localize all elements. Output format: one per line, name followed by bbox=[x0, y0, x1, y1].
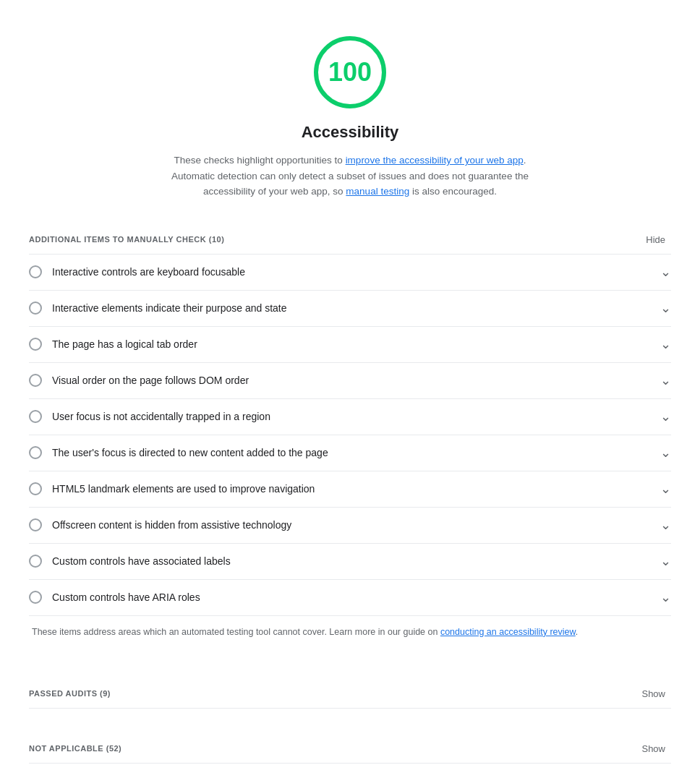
manual-check-hide-button[interactable]: Hide bbox=[640, 231, 671, 248]
audit-label-3: The page has a logical tab order bbox=[52, 337, 197, 352]
passed-count: (9) bbox=[100, 689, 111, 698]
chevron-icon-4: ⌄ bbox=[660, 374, 671, 387]
audit-list: Interactive controls are keyboard focusa… bbox=[29, 255, 671, 616]
audit-label-4: Visual order on the page follows DOM ord… bbox=[52, 373, 249, 388]
audit-label-5: User focus is not accidentally trapped i… bbox=[52, 409, 270, 424]
score-title: Accessibility bbox=[302, 120, 399, 144]
page-container: 100 Accessibility These checks highlight… bbox=[0, 0, 700, 765]
audit-label-10: Custom controls have ARIA roles bbox=[52, 590, 200, 605]
audit-status-icon-7 bbox=[29, 482, 42, 495]
score-description: These checks highlight opportunities to … bbox=[169, 153, 531, 200]
chevron-icon-7: ⌄ bbox=[660, 482, 671, 495]
audit-item-4[interactable]: Visual order on the page follows DOM ord… bbox=[29, 363, 671, 399]
score-desc-part3: is also encouraged. bbox=[409, 186, 497, 197]
audit-status-icon-5 bbox=[29, 410, 42, 423]
audit-item-9-left: Custom controls have associated labels bbox=[29, 554, 231, 569]
chevron-icon-3: ⌄ bbox=[660, 338, 671, 351]
passed-show-button[interactable]: Show bbox=[636, 685, 671, 702]
audit-status-icon-2 bbox=[29, 302, 42, 315]
audit-item-5[interactable]: User focus is not accidentally trapped i… bbox=[29, 399, 671, 435]
manual-check-note: These items address areas which an autom… bbox=[29, 616, 671, 654]
chevron-icon-5: ⌄ bbox=[660, 410, 671, 423]
audit-label-9: Custom controls have associated labels bbox=[52, 554, 231, 569]
audit-item-7-left: HTML5 landmark elements are used to impr… bbox=[29, 482, 315, 497]
audit-item-1[interactable]: Interactive controls are keyboard focusa… bbox=[29, 255, 671, 291]
not-applicable-show-button[interactable]: Show bbox=[636, 740, 671, 757]
improve-accessibility-link[interactable]: improve the accessibility of your web ap… bbox=[346, 155, 524, 166]
not-applicable-count: (52) bbox=[106, 744, 122, 753]
audit-label-2: Interactive elements indicate their purp… bbox=[52, 301, 287, 316]
manual-check-section-title: ADDITIONAL ITEMS TO MANUALLY CHECK (10) bbox=[29, 234, 224, 246]
audit-status-icon-3 bbox=[29, 338, 42, 351]
audit-status-icon-9 bbox=[29, 555, 42, 568]
passed-section: PASSED AUDITS (9) Show bbox=[29, 668, 671, 709]
audit-label-7: HTML5 landmark elements are used to impr… bbox=[52, 482, 315, 497]
audit-status-icon-6 bbox=[29, 446, 42, 459]
audit-item-6[interactable]: The user's focus is directed to new cont… bbox=[29, 435, 671, 471]
passed-label: PASSED AUDITS bbox=[29, 689, 98, 698]
chevron-icon-9: ⌄ bbox=[660, 555, 671, 568]
manual-testing-link[interactable]: manual testing bbox=[346, 186, 409, 197]
audit-item-8-left: Offscreen content is hidden from assisti… bbox=[29, 518, 291, 533]
manual-check-count: (10) bbox=[209, 235, 225, 244]
accessibility-review-link[interactable]: conducting an accessibility review bbox=[440, 627, 576, 637]
manual-check-section-header: ADDITIONAL ITEMS TO MANUALLY CHECK (10) … bbox=[29, 214, 671, 255]
note-part1: These items address areas which an autom… bbox=[32, 627, 440, 637]
chevron-icon-1: ⌄ bbox=[660, 265, 671, 278]
audit-label-1: Interactive controls are keyboard focusa… bbox=[52, 265, 245, 280]
score-value: 100 bbox=[328, 53, 372, 92]
audit-item-4-left: Visual order on the page follows DOM ord… bbox=[29, 373, 249, 388]
score-circle: 100 bbox=[314, 36, 386, 108]
audit-item-10[interactable]: Custom controls have ARIA roles ⌄ bbox=[29, 580, 671, 615]
passed-section-title: PASSED AUDITS (9) bbox=[29, 688, 111, 700]
audit-item-1-left: Interactive controls are keyboard focusa… bbox=[29, 265, 245, 280]
note-part2: . bbox=[576, 627, 578, 637]
not-applicable-section-title: NOT APPLICABLE (52) bbox=[29, 743, 121, 755]
audit-item-10-left: Custom controls have ARIA roles bbox=[29, 590, 200, 605]
chevron-icon-10: ⌄ bbox=[660, 591, 671, 604]
not-applicable-label: NOT APPLICABLE bbox=[29, 744, 103, 753]
chevron-icon-2: ⌄ bbox=[660, 302, 671, 315]
audit-status-icon-4 bbox=[29, 374, 42, 387]
audit-label-6: The user's focus is directed to new cont… bbox=[52, 445, 328, 461]
audit-status-icon-1 bbox=[29, 265, 42, 278]
audit-item-2[interactable]: Interactive elements indicate their purp… bbox=[29, 291, 671, 327]
audit-status-icon-8 bbox=[29, 518, 42, 531]
audit-item-3-left: The page has a logical tab order bbox=[29, 337, 197, 352]
not-applicable-section-header: NOT APPLICABLE (52) Show bbox=[29, 723, 671, 764]
chevron-icon-6: ⌄ bbox=[660, 446, 671, 459]
audit-item-3[interactable]: The page has a logical tab order ⌄ bbox=[29, 327, 671, 363]
passed-section-header: PASSED AUDITS (9) Show bbox=[29, 668, 671, 709]
not-applicable-section: NOT APPLICABLE (52) Show bbox=[29, 723, 671, 764]
score-desc-part1: These checks highlight opportunities to bbox=[174, 155, 345, 166]
audit-item-7[interactable]: HTML5 landmark elements are used to impr… bbox=[29, 471, 671, 508]
manual-check-label: ADDITIONAL ITEMS TO MANUALLY CHECK bbox=[29, 235, 206, 244]
audit-item-6-left: The user's focus is directed to new cont… bbox=[29, 445, 328, 461]
audit-status-icon-10 bbox=[29, 591, 42, 604]
audit-item-8[interactable]: Offscreen content is hidden from assisti… bbox=[29, 508, 671, 544]
audit-item-5-left: User focus is not accidentally trapped i… bbox=[29, 409, 270, 424]
chevron-icon-8: ⌄ bbox=[660, 518, 671, 531]
score-section: 100 Accessibility These checks highlight… bbox=[29, 14, 671, 214]
audit-label-8: Offscreen content is hidden from assisti… bbox=[52, 518, 291, 533]
audit-item-2-left: Interactive elements indicate their purp… bbox=[29, 301, 287, 316]
audit-item-9[interactable]: Custom controls have associated labels ⌄ bbox=[29, 544, 671, 580]
